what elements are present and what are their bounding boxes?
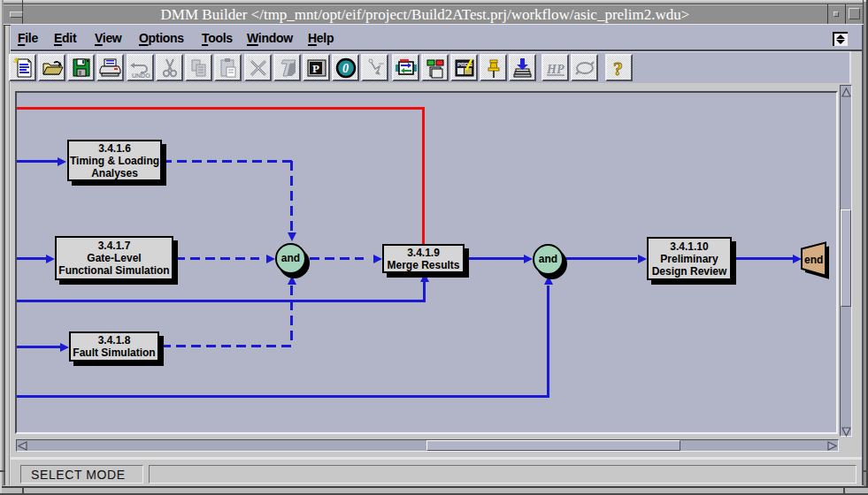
svg-text:?: ? xyxy=(613,57,623,80)
svg-text:0: 0 xyxy=(342,62,349,75)
svg-text:P: P xyxy=(312,62,319,75)
svg-text:HP: HP xyxy=(546,63,565,76)
svg-text:end: end xyxy=(804,254,823,266)
svg-text:UNDO: UNDO xyxy=(132,72,150,79)
